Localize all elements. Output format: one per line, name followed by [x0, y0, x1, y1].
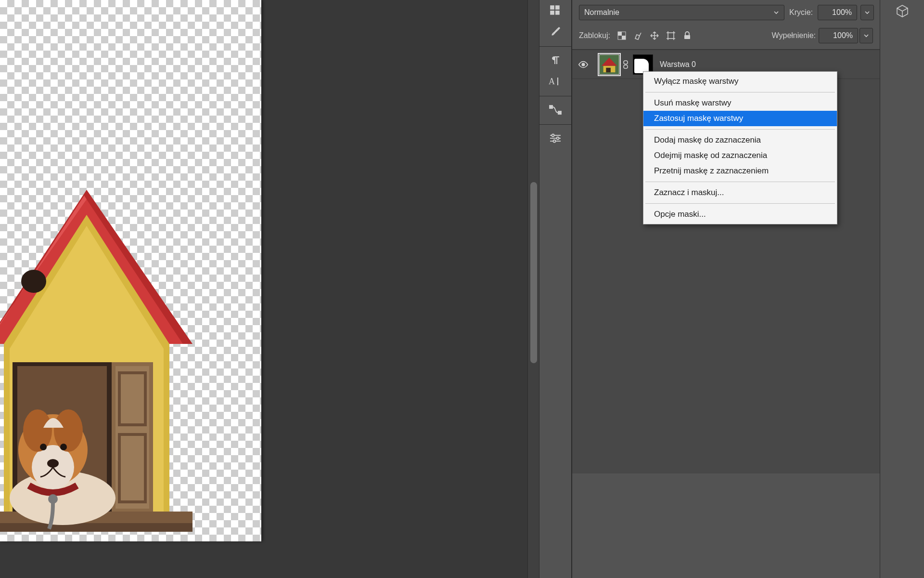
menu-item[interactable]: Zastosuj maskę warstwy [643, 111, 837, 126]
fill-input[interactable]: 100% [819, 28, 858, 43]
svg-point-18 [54, 409, 83, 452]
paths-icon[interactable] [543, 99, 568, 120]
fill-stepper[interactable] [860, 28, 873, 43]
visibility-toggle[interactable] [578, 59, 589, 70]
svg-rect-46 [606, 67, 611, 72]
svg-point-17 [23, 409, 52, 452]
svg-rect-39 [622, 36, 626, 39]
svg-rect-13 [0, 523, 192, 532]
canvas-image [0, 171, 192, 537]
mask-context-menu[interactable]: Wyłącz maskę warstwyUsuń maskę warstwyZa… [643, 71, 837, 224]
lock-all-icon[interactable] [681, 30, 693, 41]
svg-rect-26 [555, 11, 560, 15]
svg-rect-41 [684, 35, 690, 39]
blend-mode-select[interactable]: Normalnie [579, 5, 784, 20]
svg-rect-23 [550, 5, 554, 10]
svg-rect-48 [624, 65, 628, 68]
svg-point-36 [553, 140, 556, 143]
menu-separator [645, 182, 835, 182]
scrollbar-thumb[interactable] [530, 182, 537, 363]
3d-cube-icon[interactable] [895, 4, 910, 18]
chevron-down-icon [863, 33, 869, 39]
svg-rect-30 [558, 111, 561, 114]
collapsed-panel-bar: A [539, 0, 572, 578]
chevron-down-icon [773, 10, 779, 15]
menu-separator [645, 203, 835, 204]
lock-position-icon[interactable] [649, 30, 660, 41]
menu-item[interactable]: Wyłącz maskę warstwy [643, 74, 837, 89]
svg-point-19 [40, 444, 47, 450]
swatches-icon[interactable] [543, 0, 568, 21]
svg-rect-25 [550, 11, 554, 15]
menu-item[interactable]: Odejmij maskę od zaznaczenia [643, 148, 837, 163]
svg-rect-28 [557, 78, 558, 85]
lock-pixels-icon[interactable] [632, 30, 644, 41]
mask-link-icon[interactable] [622, 60, 630, 69]
chevron-down-icon [864, 10, 870, 15]
menu-item[interactable]: Usuń maskę warstwy [643, 95, 837, 111]
opacity-value: 100% [832, 8, 852, 17]
svg-rect-24 [555, 5, 560, 10]
svg-point-20 [60, 444, 67, 450]
canvas-area[interactable] [0, 0, 539, 578]
menu-separator [645, 92, 835, 92]
brush-icon[interactable] [543, 21, 568, 42]
menu-item[interactable]: Zaznacz i maskuj... [643, 185, 837, 200]
svg-point-5 [21, 270, 46, 293]
svg-point-35 [557, 137, 559, 140]
fill-label: Wypełnienie: [772, 31, 816, 40]
svg-point-22 [48, 494, 58, 504]
svg-rect-38 [618, 32, 622, 36]
fill-value: 100% [833, 31, 853, 40]
svg-point-34 [552, 134, 554, 137]
svg-rect-47 [624, 61, 628, 64]
menu-item[interactable]: Dodaj maskę do zaznaczenia [643, 132, 837, 148]
svg-text:A: A [549, 77, 555, 86]
far-right-bar [880, 0, 924, 578]
opacity-input[interactable]: 100% [818, 5, 857, 20]
svg-point-42 [582, 63, 585, 66]
lock-transparency-icon[interactable] [616, 30, 628, 41]
layer-thumbnail[interactable] [599, 54, 619, 75]
lock-artboard-icon[interactable] [665, 30, 677, 41]
opacity-stepper[interactable] [860, 5, 874, 20]
opacity-label: Krycie: [789, 8, 813, 17]
lock-label: Zablokuj: [579, 31, 610, 40]
document[interactable] [0, 0, 263, 541]
blend-mode-value: Normalnie [584, 8, 619, 17]
svg-point-21 [47, 459, 59, 468]
menu-item[interactable]: Opcje maski... [643, 207, 837, 222]
menu-separator [645, 129, 835, 130]
layer-name[interactable]: Warstwa 0 [660, 60, 696, 69]
svg-rect-40 [668, 33, 674, 39]
paragraph-icon[interactable] [543, 50, 568, 71]
menu-item[interactable]: Przetnij maskę z zaznaczeniem [643, 163, 837, 179]
adjustments-icon[interactable] [543, 128, 568, 149]
glyphs-icon[interactable]: A [543, 71, 568, 92]
svg-rect-29 [550, 105, 552, 108]
canvas-scrollbar[interactable] [527, 0, 539, 578]
